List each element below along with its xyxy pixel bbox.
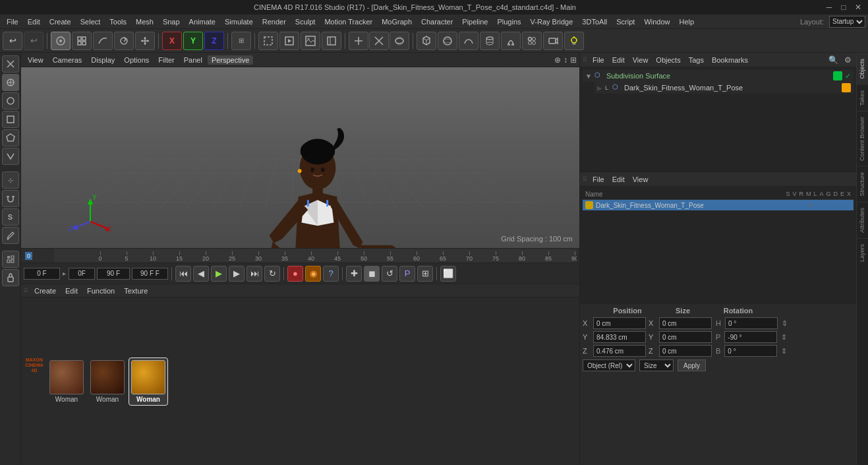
magnet-btn[interactable] (2, 190, 19, 207)
record-button[interactable]: ● (287, 266, 303, 282)
coord-z-spin[interactable]: ⇕ (781, 347, 787, 356)
menu-pipeline[interactable]: Pipeline (458, 16, 492, 27)
obj-menu-view[interactable]: View (630, 55, 651, 65)
viewport-menu-view[interactable]: View (24, 55, 47, 65)
render-region-button[interactable] (258, 32, 278, 50)
viewport-menu-filter[interactable]: Filter (154, 55, 178, 65)
mat-row-woman[interactable]: Dark_Skin_Fitness_Woman_T_Pose ● · · · ·… (583, 200, 854, 210)
viewport-menu-panel[interactable]: Panel (180, 55, 206, 65)
material-swatch-3[interactable]: Woman (129, 358, 167, 405)
preview-end-input[interactable] (132, 268, 168, 280)
menu-window[interactable]: Window (640, 16, 674, 27)
tab-layers[interactable]: Layers (857, 238, 868, 267)
minimize-button[interactable]: ─ (825, 3, 834, 12)
render-to-picture-button[interactable] (301, 32, 320, 50)
coord-y-pos[interactable] (593, 331, 646, 343)
obj-menu-file[interactable]: File (590, 55, 607, 65)
camera-button[interactable] (543, 32, 563, 50)
tab-objects[interactable]: Objects (857, 53, 868, 84)
translate-button[interactable] (349, 32, 368, 50)
coord-y-rot[interactable] (724, 331, 777, 343)
mat-menu-create[interactable]: Create (31, 286, 59, 295)
menu-script[interactable]: Script (612, 16, 639, 27)
rotate3d-button[interactable] (390, 32, 409, 50)
menu-help[interactable]: Help (676, 16, 699, 27)
viewport-icon-2[interactable]: ↕ (564, 55, 567, 65)
close-button[interactable]: ✕ (854, 3, 863, 12)
viewport-mode-label[interactable]: Perspective (208, 55, 253, 65)
mat-menu-function[interactable]: Function (84, 286, 118, 295)
light-button[interactable] (564, 32, 584, 50)
menu-animate[interactable]: Animate (185, 16, 219, 27)
x-axis-button[interactable]: X (162, 32, 182, 50)
mat-panel-menu-edit[interactable]: Edit (610, 175, 627, 184)
material-swatch-2[interactable]: Woman (88, 358, 127, 405)
menu-simulate[interactable]: Simulate (221, 16, 257, 27)
move-button[interactable] (135, 32, 155, 50)
layout-select[interactable]: Startup (829, 16, 865, 28)
coord-z-size[interactable] (659, 345, 712, 357)
menu-3dtoall[interactable]: 3DToAll (578, 16, 611, 27)
coord-size-mode-select[interactable]: Size Scale (639, 359, 674, 371)
texture-mode-sidebar-btn[interactable] (2, 74, 19, 91)
viewport-3d[interactable]: Y X Z Grid Spacing : 100 cm (21, 67, 579, 248)
tab-attributes[interactable]: Attributes (857, 202, 868, 238)
redo-button[interactable]: ↩ (24, 32, 43, 50)
start-frame-input[interactable] (69, 268, 95, 280)
y-axis-button[interactable]: Y (183, 32, 203, 50)
move-key-button[interactable]: ✚ (346, 266, 362, 282)
edge-mode-sidebar-btn[interactable] (2, 111, 19, 128)
coord-mode-select[interactable]: Object (Rel) World Local (583, 359, 635, 371)
obj-menu-edit[interactable]: Edit (610, 55, 627, 65)
tab-content-browser[interactable]: Content Browser (857, 111, 868, 166)
loop-button[interactable]: ↻ (264, 266, 280, 282)
menu-plugins[interactable]: Plugins (493, 16, 525, 27)
render-settings-button[interactable] (322, 32, 341, 50)
poly-mode-sidebar-btn[interactable] (2, 129, 19, 146)
select-key-button[interactable]: ◼ (364, 266, 380, 282)
model-mode-sidebar-btn[interactable] (2, 55, 19, 73)
obj-menu-objects[interactable]: Objects (653, 55, 683, 65)
menu-render[interactable]: Render (258, 16, 290, 27)
viewport-icon-1[interactable]: ⊕ (554, 55, 561, 65)
search-icon-btn[interactable]: 🔍 (826, 55, 840, 65)
obj-settings-icon[interactable]: ⚙ (842, 55, 854, 65)
menu-snap[interactable]: Snap (159, 16, 184, 27)
undo-button[interactable]: ↩ (3, 32, 22, 50)
coord-y-spin[interactable]: ⇕ (781, 333, 787, 342)
menu-motion-tracker[interactable]: Motion Tracker (320, 16, 376, 27)
menu-mograph[interactable]: MoGraph (378, 16, 416, 27)
coord-x-size[interactable] (659, 317, 712, 329)
timeline-key-button[interactable]: ⬜ (440, 266, 456, 282)
viewport-icon-3[interactable]: ⊞ (570, 55, 577, 65)
viewport-menu-options[interactable]: Options (120, 55, 153, 65)
brush-btn[interactable] (2, 227, 19, 244)
mirror-btn[interactable]: S (2, 208, 19, 226)
menu-vray[interactable]: V-Ray Bridge (527, 16, 577, 27)
play-button[interactable]: ▶ (211, 266, 227, 282)
maximize-button[interactable]: □ (839, 3, 848, 12)
current-frame-input[interactable] (24, 268, 60, 280)
obj-menu-bookmarks[interactable]: Bookmarks (709, 55, 751, 65)
coord-y-size[interactable] (659, 331, 712, 343)
viewport-menu-cameras[interactable]: Cameras (49, 55, 86, 65)
object-axis-button[interactable]: ⊞ (231, 32, 251, 50)
render-view-button[interactable] (279, 32, 299, 50)
coord-x-pos[interactable] (593, 317, 646, 329)
menu-file[interactable]: File (3, 16, 22, 27)
material-swatch-1[interactable]: Woman (47, 358, 86, 405)
viewport-menu-display[interactable]: Display (87, 55, 119, 65)
scale-button[interactable] (369, 32, 389, 50)
obj-subdivision-surface[interactable]: ▼ ⬡ Subdivision Surface ✓ (583, 70, 854, 82)
obj-menu-tags[interactable]: Tags (686, 55, 707, 65)
spline-mode-button[interactable] (93, 32, 113, 50)
timeline-ruler[interactable]: 0 5 10 15 20 25 30 35 40 45 50 55 60 65 … (54, 249, 577, 263)
mat-menu-texture[interactable]: Texture (121, 286, 151, 295)
uv-mode-sidebar-btn[interactable] (2, 148, 19, 165)
z-axis-button[interactable]: Z (204, 32, 224, 50)
curve-button[interactable] (459, 32, 478, 50)
mat-menu-edit[interactable]: Edit (62, 286, 81, 295)
go-start-button[interactable]: ⏮ (175, 266, 191, 282)
primitive-sphere-button[interactable] (438, 32, 457, 50)
obj-woman-model[interactable]: ▶ L ⬡ Dark_Skin_Fitness_Woman_T_Pose (594, 82, 854, 94)
